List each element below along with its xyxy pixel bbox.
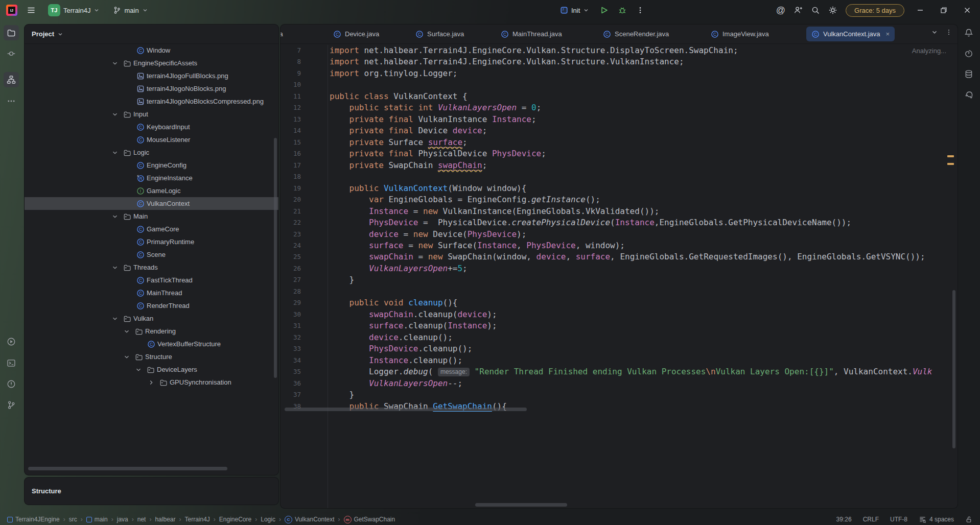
breadcrumb-item-net[interactable]: net (137, 516, 146, 523)
search-everywhere-button[interactable] (811, 6, 820, 15)
breadcrumb-item-halbear[interactable]: halbear (155, 516, 175, 523)
breadcrumb-item-vulkancontext[interactable]: CVulkanContext (285, 516, 335, 523)
chevron-down-icon[interactable] (111, 149, 119, 157)
tree-item-logic[interactable]: Logic (25, 146, 278, 159)
chevron-right-icon[interactable] (147, 378, 155, 387)
tab-surface-java[interactable]: CSurface.java (410, 27, 469, 41)
project-tool-button[interactable] (4, 25, 19, 40)
tab-list-chevron-icon[interactable] (931, 29, 938, 36)
maximize-button[interactable] (936, 5, 951, 16)
run-configuration-selector[interactable]: Init (557, 4, 592, 16)
version-control-tool-button[interactable] (4, 397, 19, 413)
tab-imageview-java[interactable]: CImageView.java (706, 27, 774, 41)
hamburger-menu-icon[interactable] (25, 4, 38, 17)
structure-tool-button[interactable] (4, 72, 19, 87)
tree-item-window[interactable]: CWindow (25, 44, 278, 57)
chevron-down-icon[interactable] (111, 59, 119, 67)
tree-item-mouselistener[interactable]: CMouseListener (25, 133, 278, 146)
indent-setting[interactable]: 4 spaces (919, 516, 954, 523)
tree-item-renderthread[interactable]: CRenderThread (25, 299, 278, 312)
editor-vertical-scrollbar[interactable] (952, 290, 955, 448)
tree-item-keyboardinput[interactable]: CKeyboardInput (25, 121, 278, 133)
line-ending[interactable]: CRLF (863, 516, 879, 523)
code-area[interactable]: 7import net.halbear.Terrain4J.EngineCore… (281, 45, 958, 508)
chevron-down-icon[interactable] (111, 110, 119, 118)
tree-item-enginespecificassets[interactable]: EngineSpecificAssets (25, 57, 278, 69)
warning-stripe-mark[interactable] (947, 163, 954, 165)
tree-item-vulkancontext[interactable]: CVulkanContext (25, 197, 278, 210)
tree-item-terrain4jlogonoblockscompressed-png[interactable]: terrain4JlogoNoBlocksCompressed.png (25, 95, 278, 108)
run-button[interactable] (597, 4, 611, 17)
breadcrumb-item-src[interactable]: src (69, 516, 77, 523)
breadcrumb-item-java[interactable]: java (117, 516, 128, 523)
tree-vertical-scrollbar[interactable] (274, 138, 277, 378)
chevron-down-icon[interactable] (123, 353, 131, 361)
chevron-down-icon[interactable] (111, 264, 119, 272)
chevron-down-icon[interactable] (134, 366, 143, 374)
breadcrumb-item-terrain4jengine[interactable]: Terrain4JEngine (7, 516, 60, 523)
breadcrumb-item-main[interactable]: main (86, 516, 108, 523)
tab-mainthread-java[interactable]: CMainThread.java (496, 27, 567, 41)
license-badge[interactable]: Grace: 5 days (846, 4, 904, 17)
breadcrumb-item-terrain4j[interactable]: Terrain4J (184, 516, 209, 523)
tree-item-terrain4jlogofullblocks-png[interactable]: terrain4JlogoFullBlocks.png (25, 69, 278, 82)
debug-button[interactable] (616, 4, 629, 17)
breadcrumb-item-getswapchain[interactable]: mGetSwapChain (344, 516, 395, 523)
tree-horizontal-scrollbar[interactable] (28, 467, 227, 470)
more-tool-windows-button[interactable] (4, 93, 19, 109)
tree-item-vertexbufferstructure[interactable]: CVertexBufferStructure (25, 338, 278, 350)
settings-button[interactable] (828, 6, 837, 15)
database-tool-button[interactable] (961, 66, 976, 82)
minimize-button[interactable] (913, 5, 928, 16)
tree-item-primaryruntime[interactable]: CPrimaryRuntime (25, 235, 278, 248)
chevron-down-icon[interactable] (123, 327, 131, 336)
tree-item-engineconfig[interactable]: CEngineConfig (25, 159, 278, 172)
gradle-tool-button[interactable] (961, 87, 976, 103)
problems-tool-button[interactable] (4, 376, 19, 392)
tree-item-vulkan[interactable]: Vulkan (25, 312, 278, 325)
tree-item-structure[interactable]: Structure (25, 350, 278, 363)
tab-options-kebab-icon[interactable] (945, 29, 952, 36)
tab-scenerender-java[interactable]: CSceneRender.java (598, 27, 674, 41)
commit-tool-button[interactable] (4, 46, 19, 61)
breadcrumb[interactable]: Terrain4JEngine›src›main›java›net›halbea… (7, 516, 395, 523)
tab-device-java[interactable]: CDevice.java (328, 27, 384, 41)
ai-assistant-icon[interactable]: @ (776, 5, 785, 16)
more-run-actions-button[interactable] (634, 4, 646, 16)
tree-item-engineinstance[interactable]: REngineInstance (25, 172, 278, 184)
services-tool-button[interactable] (4, 334, 19, 349)
editor-floating-hscrollbar[interactable] (285, 408, 527, 411)
chevron-down-icon[interactable] (111, 212, 119, 221)
caret-position[interactable]: 39:26 (836, 516, 852, 523)
code-with-me-button[interactable] (794, 6, 803, 15)
editor-bottom-hscrollbar[interactable] (475, 503, 567, 507)
tree-item-fasttickthread[interactable]: CFastTickThread (25, 274, 278, 287)
tree-item-mainthread[interactable]: CMainThread (25, 287, 278, 299)
tree-item-gpusynchronisation[interactable]: GPUSynchronisation (25, 376, 278, 389)
structure-panel-header[interactable]: Structure (25, 478, 278, 505)
tree-item-input[interactable]: Input (25, 108, 278, 121)
tree-item-threads[interactable]: Threads (25, 261, 278, 274)
file-encoding[interactable]: UTF-8 (890, 516, 907, 523)
tree-item-scene[interactable]: CScene (25, 248, 278, 261)
project-widget[interactable]: TJ Terrain4J (45, 2, 103, 18)
project-tree[interactable]: CWindowEngineSpecificAssetsterrain4Jlogo… (25, 44, 278, 475)
warning-stripe-mark[interactable] (947, 155, 954, 157)
breadcrumb-item-logic[interactable]: Logic (261, 516, 275, 523)
tab-close-icon[interactable]: × (886, 30, 890, 38)
ai-chat-tool-button[interactable] (961, 46, 976, 61)
tree-item-rendering[interactable]: Rendering (25, 325, 278, 338)
breadcrumb-item-enginecore[interactable]: EngineCore (219, 516, 251, 523)
terminal-tool-button[interactable] (4, 355, 19, 371)
tab-e-java[interactable]: e.java (281, 27, 288, 41)
tree-item-main[interactable]: Main (25, 210, 278, 223)
vcs-branch-widget[interactable]: main (110, 4, 151, 16)
tree-item-gamecore[interactable]: CGameCore (25, 223, 278, 235)
project-panel-header[interactable]: Project (25, 25, 278, 44)
tree-item-devicelayers[interactable]: DeviceLayers (25, 363, 278, 376)
close-button[interactable] (960, 5, 975, 16)
unlocked-icon[interactable] (965, 516, 973, 523)
notifications-button[interactable] (961, 25, 976, 40)
tree-item-gamelogic[interactable]: IGameLogic (25, 184, 278, 197)
chevron-down-icon[interactable] (111, 315, 119, 323)
